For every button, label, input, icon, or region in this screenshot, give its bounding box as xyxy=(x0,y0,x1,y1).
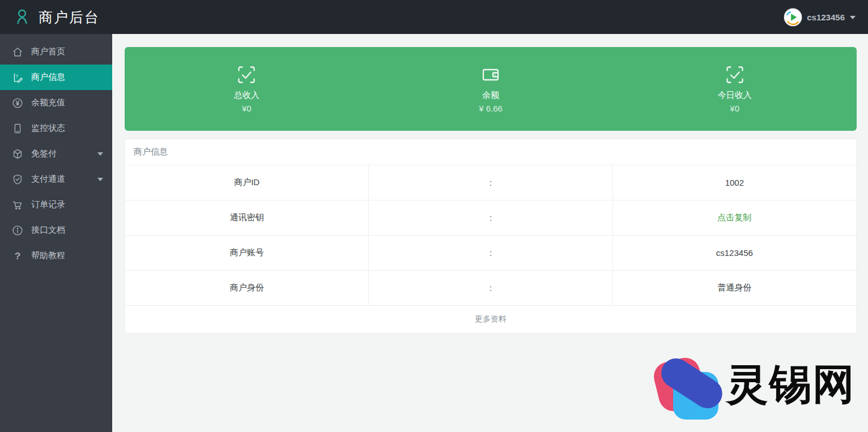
more-info-button[interactable]: 更多资料 xyxy=(125,306,856,333)
brand: 商户后台 xyxy=(12,7,100,27)
row-separator: : xyxy=(368,236,612,270)
stat-label: 今日收入 xyxy=(718,90,752,101)
stat-total-income: 总收入 ¥0 xyxy=(125,65,369,113)
merchant-info-card: 商户信息 商户ID : 1002 通讯密钥 : 点击复制 商户账号 : cs12… xyxy=(125,139,857,333)
person-logo-icon xyxy=(12,7,32,27)
row-separator: : xyxy=(368,271,612,305)
home-icon xyxy=(11,46,24,58)
row-value: 普通身份 xyxy=(613,271,856,305)
question-icon: ? xyxy=(11,250,24,262)
watermark: 灵锡网 xyxy=(654,354,856,423)
username: cs123456 xyxy=(807,12,845,22)
sidebar-item-label: 商户首页 xyxy=(31,46,65,57)
yuan-circle-icon xyxy=(11,97,24,109)
sidebar-item-home[interactable]: 商户首页 xyxy=(0,39,112,65)
sidebar-item-label: 监控状态 xyxy=(31,123,65,134)
sidebar-item-monitor[interactable]: 监控状态 xyxy=(0,116,112,141)
row-separator: : xyxy=(368,200,612,235)
row-value: 1002 xyxy=(613,165,856,200)
chevron-down-icon xyxy=(97,152,103,156)
user-menu[interactable]: cs123456 xyxy=(784,8,856,26)
mobile-icon xyxy=(11,122,24,135)
stat-value: ¥ 6.66 xyxy=(479,104,503,113)
table-row: 商户ID : 1002 xyxy=(125,165,856,200)
edit-doc-icon: ? xyxy=(11,71,24,84)
sidebar-item-api-docs[interactable]: 接口文档 xyxy=(0,217,112,243)
stat-label: 余额 xyxy=(482,90,499,101)
row-label: 商户ID xyxy=(125,165,368,200)
table-row: 商户账号 : cs123456 xyxy=(125,236,856,271)
avatar[interactable] xyxy=(784,8,802,26)
table-row: 商户身份 : 普通身份 xyxy=(125,271,856,306)
scan-check-icon xyxy=(236,65,257,85)
sidebar-item-orders[interactable]: 订单记录 xyxy=(0,192,112,217)
sidebar-item-pay-channel[interactable]: 支付通道 xyxy=(0,166,112,192)
cart-icon xyxy=(11,199,24,211)
info-circle-icon xyxy=(11,224,24,237)
watermark-text: 灵锡网 xyxy=(726,363,856,405)
table-row: 通讯密钥 : 点击复制 xyxy=(125,200,856,236)
sidebar-item-label: 订单记录 xyxy=(31,199,65,210)
stat-value: ¥0 xyxy=(242,104,252,113)
wallet-icon xyxy=(480,65,501,85)
stat-value: ¥0 xyxy=(730,104,739,113)
svg-text:?: ? xyxy=(15,250,21,261)
scan-check-icon xyxy=(725,65,745,85)
row-value: cs123456 xyxy=(613,236,856,270)
stat-today-income: 今日收入 ¥0 xyxy=(612,65,857,113)
sidebar-item-no-sign-pay[interactable]: 免签付 xyxy=(0,141,112,166)
sidebar-item-label: 余额充值 xyxy=(31,97,65,108)
copy-secret-link[interactable]: 点击复制 xyxy=(717,212,751,223)
card-title: 商户信息 xyxy=(125,139,856,165)
app-title: 商户后台 xyxy=(39,8,100,27)
row-label: 通讯密钥 xyxy=(125,200,368,235)
row-label: 商户账号 xyxy=(125,236,368,270)
sidebar-item-label: 免签付 xyxy=(31,148,57,159)
chevron-down-icon xyxy=(850,16,856,19)
sidebar-item-recharge[interactable]: 余额充值 xyxy=(0,90,112,116)
chevron-down-icon xyxy=(97,178,103,181)
sidebar-item-label: 支付通道 xyxy=(31,174,65,185)
shield-check-icon xyxy=(11,173,24,186)
sidebar-item-help[interactable]: ? 帮助教程 xyxy=(0,243,112,268)
sidebar-item-label: 帮助教程 xyxy=(31,250,65,261)
row-label: 商户身份 xyxy=(125,271,368,305)
stat-label: 总收入 xyxy=(234,90,259,101)
sidebar-item-merchant-info[interactable]: ? 商户信息 xyxy=(0,65,112,90)
stat-balance: 余额 ¥ 6.66 xyxy=(369,65,613,113)
sidebar-item-label: 接口文档 xyxy=(31,225,65,236)
row-separator: : xyxy=(368,165,612,200)
sidebar-item-label: 商户信息 xyxy=(31,72,65,83)
sidebar: 商户首页 ? 商户信息 余额充值 监控状态 xyxy=(0,34,112,432)
stats-banner: 总收入 ¥0 余额 ¥ 6.66 xyxy=(125,47,857,131)
cube-icon xyxy=(11,148,24,160)
lingxi-logo-icon xyxy=(654,354,723,423)
svg-text:?: ? xyxy=(15,73,18,79)
topbar: 商户后台 cs123456 xyxy=(0,0,868,34)
